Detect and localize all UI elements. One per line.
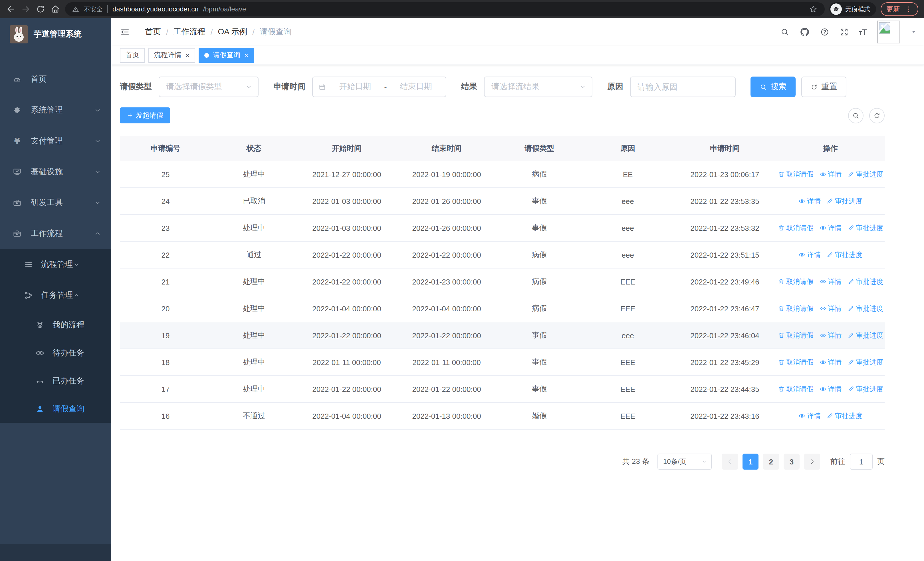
back-icon[interactable] [6,4,16,14]
start-date-placeholder[interactable]: 开始日期 [331,82,379,92]
sidebar-item-done-tasks[interactable]: 已办任务 [0,367,111,395]
pagination: 共 23 条 10条/页 1 2 3 前往 页 [120,454,885,469]
sidebar-item-home[interactable]: 首页 [0,64,111,95]
action-detail[interactable]: 详情 [819,304,842,313]
action-detail[interactable]: 详情 [798,196,821,206]
table-row[interactable]: 24 已取消 2022-01-03 00:00:00 2022-01-26 00… [120,188,885,215]
avatar[interactable] [877,21,900,44]
sidebar-item-my-process[interactable]: 我的流程 [0,311,111,339]
next-page-button[interactable] [804,454,820,469]
action-approval-progress[interactable]: 审批进度 [847,223,883,233]
sidebar-item-todo-tasks[interactable]: 待办任务 [0,339,111,367]
action-cancel-leave[interactable]: 取消请假 [778,277,814,286]
apply-time-range-picker[interactable]: 开始日期 - 结束日期 [312,77,446,97]
create-leave-button[interactable]: 发起请假 [120,107,170,123]
action-detail[interactable]: 详情 [798,250,821,260]
action-approval-progress[interactable]: 审批进度 [847,304,883,313]
search-button[interactable]: 搜索 [750,77,796,97]
sidebar-item-process-mgmt[interactable]: 流程管理 [0,249,111,280]
sidebar-item-workflow[interactable]: 工作流程 [0,218,111,249]
table-row[interactable]: 18 处理中 2022-01-11 00:00:00 2022-01-11 00… [120,349,885,376]
sidebar-item-leave-query[interactable]: 请假查询 [0,395,111,423]
action-detail[interactable]: 详情 [819,384,842,394]
end-date-placeholder[interactable]: 结束日期 [392,82,440,92]
table-row[interactable]: 19 处理中 2022-01-22 00:00:00 2022-01-22 00… [120,322,885,349]
help-icon[interactable] [820,27,829,36]
reason-input[interactable] [638,82,728,92]
table-row[interactable]: 25 处理中 2021-12-27 00:00:00 2022-01-19 00… [120,161,885,188]
kebab-menu-icon[interactable] [904,5,913,13]
breadcrumb-home[interactable]: 首页 [145,27,161,37]
update-button[interactable]: 更新 [880,2,918,16]
update-label[interactable]: 更新 [886,4,900,14]
github-icon[interactable] [800,27,810,37]
action-cancel-leave[interactable]: 取消请假 [778,357,814,367]
table-row[interactable]: 21 处理中 2022-01-22 00:00:00 2022-01-23 00… [120,269,885,295]
table-row[interactable]: 20 处理中 2022-01-04 00:00:00 2022-01-04 00… [120,295,885,322]
fullscreen-icon[interactable] [840,27,849,36]
action-cancel-leave[interactable]: 取消请假 [778,304,814,313]
action-approval-progress[interactable]: 审批进度 [847,169,883,179]
dashboard-icon [12,75,22,84]
reset-button[interactable]: 重置 [801,77,846,97]
action-cancel-leave[interactable]: 取消请假 [778,223,814,233]
tag-home[interactable]: 首页 [120,48,145,63]
security-label[interactable]: 不安全 [84,5,103,14]
prev-page-button[interactable] [722,454,738,469]
table-row[interactable]: 17 处理中 2022-01-22 00:00:00 2022-01-22 00… [120,376,885,403]
goto-page-input[interactable] [850,454,873,469]
leave-type-select[interactable]: 请选择请假类型 [159,77,258,97]
reload-icon[interactable] [35,4,46,14]
table-row[interactable]: 23 处理中 2022-01-03 00:00:00 2022-01-26 00… [120,215,885,242]
sidebar-item-payment[interactable]: ¥ 支付管理 [0,126,111,156]
search-icon[interactable] [780,27,789,36]
action-approval-progress[interactable]: 审批进度 [826,411,862,421]
sidebar-item-task-mgmt[interactable]: 任务管理 [0,280,111,311]
refresh-button[interactable] [869,108,885,123]
tag-process-detail[interactable]: 流程详情 × [148,48,195,63]
action-approval-progress[interactable]: 审批进度 [826,250,862,260]
action-cancel-leave[interactable]: 取消请假 [778,169,814,179]
sidebar-item-system[interactable]: 系统管理 [0,95,111,126]
page-size-select[interactable]: 10条/页 [657,454,712,469]
font-size-icon[interactable]: TT [859,28,867,36]
pen-icon [847,224,854,232]
table-row[interactable]: 22 通过 2022-01-22 00:00:00 2022-01-22 00:… [120,242,885,269]
action-approval-progress[interactable]: 审批进度 [847,277,883,286]
action-cancel-leave[interactable]: 取消请假 [778,331,814,340]
result-select[interactable]: 请选择流结果 [484,77,592,97]
close-icon[interactable]: × [186,52,189,59]
page-button-1[interactable]: 1 [742,454,759,469]
action-approval-progress[interactable]: 审批进度 [847,384,883,394]
action-approval-progress[interactable]: 审批进度 [826,196,862,206]
action-approval-progress[interactable]: 审批进度 [847,331,883,340]
action-detail[interactable]: 详情 [819,223,842,233]
incognito-icon [830,3,842,15]
forward-icon[interactable] [21,4,31,14]
sidebar-fold-icon[interactable] [120,27,130,37]
address-bar[interactable]: 不安全 dashboard.yudao.iocoder.cn/bpm/oa/le… [65,2,825,16]
page-button-2[interactable]: 2 [763,454,779,469]
action-detail[interactable]: 详情 [819,331,842,340]
action-cancel-leave[interactable]: 取消请假 [778,384,814,394]
star-icon[interactable] [809,5,818,14]
app-logo[interactable]: 芋道管理系统 [0,18,111,50]
caret-down-icon[interactable] [910,29,917,35]
action-detail[interactable]: 详情 [819,277,842,286]
sidebar-item-devtools[interactable]: 研发工具 [0,187,111,218]
breadcrumb-workflow[interactable]: 工作流程 [174,27,206,37]
cell-apply-time: 2022-01-22 23:49:46 [674,277,776,286]
table-row[interactable]: 16 不通过 2022-01-04 00:00:00 2022-01-13 00… [120,403,885,430]
page-button-3[interactable]: 3 [784,454,800,469]
sidebar-item-infra[interactable]: 基础设施 [0,156,111,187]
tag-leave-query[interactable]: 请假查询 × [199,48,254,63]
warning-icon[interactable] [72,5,80,13]
action-detail[interactable]: 详情 [819,357,842,367]
home-icon[interactable] [50,4,60,14]
breadcrumb-oa-example[interactable]: OA 示例 [218,27,248,37]
toggle-search-button[interactable] [848,108,864,123]
action-detail[interactable]: 详情 [798,411,821,421]
close-icon[interactable]: × [244,52,248,59]
action-detail[interactable]: 详情 [819,169,842,179]
action-approval-progress[interactable]: 审批进度 [847,357,883,367]
